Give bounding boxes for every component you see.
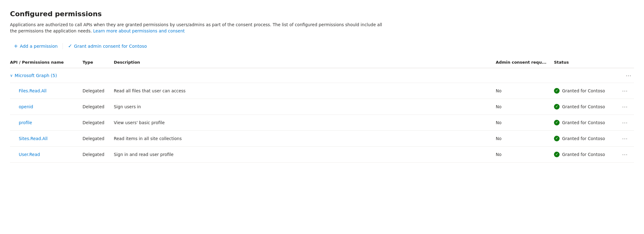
permission-type: Delegated	[79, 83, 110, 99]
granted-icon: ✓	[554, 152, 560, 157]
permission-name-link[interactable]: Sites.Read.All	[10, 136, 48, 141]
group-name: Microsoft Graph (5)	[15, 73, 57, 78]
table-row: profile Delegated View users' basic prof…	[10, 115, 634, 130]
col-header-description: Description	[110, 57, 492, 68]
col-header-status: Status	[550, 57, 616, 68]
permission-name-link[interactable]: User.Read	[10, 152, 40, 157]
table-row: Files.Read.All Delegated Read all files …	[10, 83, 634, 99]
permission-type: Delegated	[79, 115, 110, 130]
permission-type: Delegated	[79, 146, 110, 162]
permission-admin-consent: No	[492, 115, 550, 130]
permission-more-button[interactable]: ···	[620, 150, 630, 158]
permission-name-link[interactable]: Files.Read.All	[10, 88, 47, 93]
checkmark-icon: ✓	[68, 44, 72, 49]
status-text: Granted for Contoso	[562, 88, 605, 93]
table-row: openid Delegated Sign users in No ✓ Gran…	[10, 99, 634, 115]
permission-more-button[interactable]: ···	[620, 119, 630, 127]
granted-icon: ✓	[554, 104, 560, 110]
col-header-type: Type	[79, 57, 110, 68]
col-header-actions	[616, 57, 634, 68]
status-text: Granted for Contoso	[562, 104, 605, 109]
grant-consent-button[interactable]: ✓ Grant admin consent for Contoso	[64, 42, 150, 51]
permission-admin-consent: No	[492, 83, 550, 99]
status-text: Granted for Contoso	[562, 152, 605, 157]
permissions-table: API / Permissions name Type Description …	[10, 57, 634, 163]
granted-icon: ✓	[554, 120, 560, 125]
permission-status: ✓ Granted for Contoso	[554, 136, 612, 141]
table-row: Sites.Read.All Delegated Read items in a…	[10, 130, 634, 146]
permission-description: Read all files that user can access	[110, 83, 492, 99]
permission-admin-consent: No	[492, 146, 550, 162]
permission-admin-consent: No	[492, 99, 550, 115]
col-header-api: API / Permissions name	[10, 57, 79, 68]
toolbar-separator	[63, 43, 63, 49]
permission-admin-consent: No	[492, 130, 550, 146]
permission-type: Delegated	[79, 130, 110, 146]
table-row: User.Read Delegated Sign in and read use…	[10, 146, 634, 162]
permission-description: Read items in all site collections	[110, 130, 492, 146]
permission-description: Sign users in	[110, 99, 492, 115]
permission-description: Sign in and read user profile	[110, 146, 492, 162]
chevron-down-icon: ∨	[10, 73, 13, 78]
page-description: Applications are authorized to call APIs…	[10, 22, 385, 34]
status-text: Granted for Contoso	[562, 136, 605, 141]
permission-more-button[interactable]: ···	[620, 134, 630, 143]
table-group-row: ∨ Microsoft Graph (5) ···	[10, 68, 634, 83]
add-icon: +	[14, 44, 18, 49]
toolbar: + Add a permission ✓ Grant admin consent…	[10, 42, 634, 51]
page-title: Configured permissions	[10, 10, 634, 18]
permission-more-button[interactable]: ···	[620, 87, 630, 95]
permission-status: ✓ Granted for Contoso	[554, 152, 612, 157]
permission-status: ✓ Granted for Contoso	[554, 88, 612, 94]
granted-icon: ✓	[554, 136, 560, 141]
status-text: Granted for Contoso	[562, 120, 605, 125]
permission-status: ✓ Granted for Contoso	[554, 104, 612, 110]
permission-status: ✓ Granted for Contoso	[554, 120, 612, 125]
permission-more-button[interactable]: ···	[620, 103, 630, 111]
learn-more-link[interactable]: Learn more about permissions and consent	[93, 28, 185, 33]
add-permission-button[interactable]: + Add a permission	[10, 42, 61, 51]
permission-type: Delegated	[79, 99, 110, 115]
permission-name-link[interactable]: profile	[10, 120, 32, 125]
table-header-row: API / Permissions name Type Description …	[10, 57, 634, 68]
permission-description: View users' basic profile	[110, 115, 492, 130]
col-header-admin-consent: Admin consent requ...	[492, 57, 550, 68]
granted-icon: ✓	[554, 88, 560, 94]
group-label[interactable]: ∨ Microsoft Graph (5)	[10, 73, 616, 78]
permission-name-link[interactable]: openid	[10, 104, 33, 109]
group-more-button[interactable]: ···	[623, 71, 634, 80]
